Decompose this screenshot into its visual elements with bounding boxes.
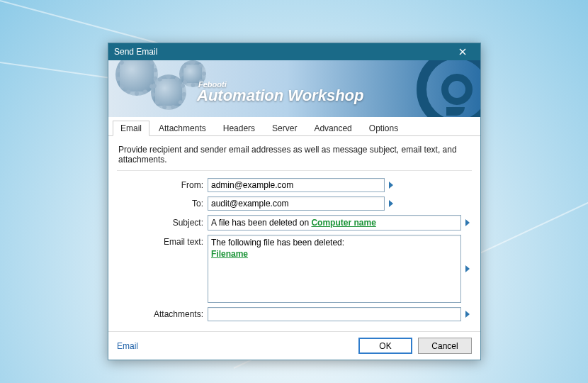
label-to: To: — [117, 199, 208, 209]
chevron-right-icon — [465, 311, 470, 318]
dialog-window: Send Email Febooti Automation Workshop E… — [108, 43, 481, 360]
emailtext-variable-picker[interactable] — [463, 235, 472, 303]
row-to: To: — [117, 196, 472, 211]
tab-options[interactable]: Options — [361, 121, 406, 136]
ok-button[interactable]: OK — [358, 338, 412, 354]
close-icon — [459, 48, 466, 55]
emailtext-input[interactable]: The following file has been deleted: Fil… — [208, 235, 461, 303]
close-button[interactable] — [449, 45, 476, 59]
from-input[interactable] — [208, 178, 385, 192]
banner-text: Febooti Automation Workshop — [197, 80, 363, 104]
at-sign-icon — [417, 60, 480, 117]
body-line-1: The following file has been deleted: — [211, 238, 344, 248]
tab-label: Headers — [223, 123, 255, 133]
row-from: From: — [117, 178, 472, 192]
row-attachments: Attachments: — [117, 307, 472, 321]
to-variable-picker[interactable] — [387, 196, 395, 211]
tab-label: Server — [272, 123, 297, 133]
subject-text: A file has been deleted on — [211, 218, 311, 228]
chevron-right-icon — [389, 182, 393, 189]
header-banner: Febooti Automation Workshop — [108, 60, 480, 117]
tabstrip: Email Attachments Headers Server Advance… — [108, 117, 480, 136]
footer: Email OK Cancel — [108, 331, 480, 360]
from-variable-picker[interactable] — [387, 178, 395, 192]
label-from: From: — [117, 180, 208, 190]
label-attachments: Attachments: — [117, 309, 208, 319]
tab-headers[interactable]: Headers — [215, 121, 263, 136]
help-link[interactable]: Email — [117, 341, 138, 351]
subject-input[interactable]: A file has been deleted on Computer name — [208, 215, 461, 231]
tab-label: Email — [120, 123, 142, 133]
row-subject: Subject: A file has been deleted on Comp… — [117, 215, 472, 231]
variable-filename[interactable]: Filename — [211, 249, 248, 259]
tab-label: Options — [369, 123, 398, 133]
tab-advanced[interactable]: Advanced — [306, 121, 359, 136]
tab-label: Advanced — [314, 123, 351, 133]
variable-computer-name[interactable]: Computer name — [311, 218, 375, 228]
instruction-text: Provide recipient and sender email addre… — [117, 142, 472, 171]
tab-content: Provide recipient and sender email addre… — [108, 136, 480, 331]
titlebar: Send Email — [108, 43, 480, 60]
attachments-input[interactable] — [208, 307, 461, 321]
window-title: Send Email — [114, 47, 449, 57]
row-emailtext: Email text: The following file has been … — [117, 235, 472, 303]
subject-variable-picker[interactable] — [463, 215, 472, 231]
tab-email[interactable]: Email — [113, 121, 149, 136]
cancel-button[interactable]: Cancel — [418, 338, 472, 354]
label-subject: Subject: — [117, 218, 208, 228]
to-input[interactable] — [208, 196, 385, 211]
chevron-right-icon — [389, 200, 393, 207]
chevron-right-icon — [465, 219, 470, 226]
attachments-variable-picker[interactable] — [463, 307, 472, 321]
tab-label: Attachments — [159, 123, 206, 133]
banner-title: Automation Workshop — [197, 89, 363, 104]
chevron-right-icon — [465, 265, 470, 272]
label-emailtext: Email text: — [117, 235, 208, 247]
tab-attachments[interactable]: Attachments — [151, 121, 214, 136]
tab-server[interactable]: Server — [264, 121, 305, 136]
